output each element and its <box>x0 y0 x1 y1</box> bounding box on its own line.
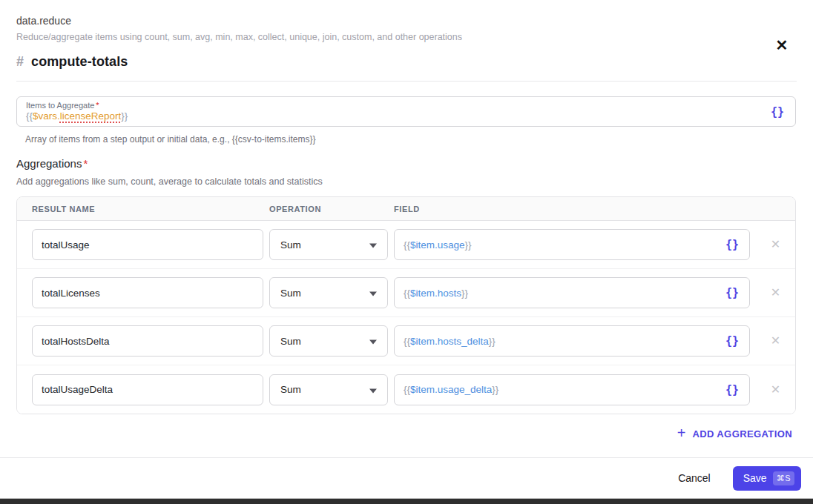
items-field-helper: Array of items from a step output or ini… <box>25 134 796 145</box>
field-expression-input[interactable]: {{ $item.usage }} {} <box>394 229 750 260</box>
step-config-dialog: data.reduce Reduce/aggregate items using… <box>0 0 813 498</box>
close-button[interactable]: ✕ <box>771 35 792 56</box>
expression-builder-icon[interactable]: {} <box>725 334 739 348</box>
required-asterisk: * <box>83 157 88 170</box>
operation-value: Sum <box>280 336 301 347</box>
step-type-description: Reduce/aggregate items using count, sum,… <box>16 32 797 42</box>
save-shortcut-badge: ⌘S <box>773 471 794 485</box>
remove-icon: ✕ <box>771 383 780 396</box>
items-field-label: Items to Aggregate* <box>26 101 760 110</box>
save-button[interactable]: Save ⌘S <box>733 466 801 491</box>
remove-row-button[interactable]: ✕ <box>768 284 783 302</box>
operation-value: Sum <box>280 239 301 251</box>
chevron-down-icon <box>369 388 377 393</box>
hash-icon: # <box>16 54 24 70</box>
dialog-header: data.reduce Reduce/aggregate items using… <box>0 0 813 82</box>
step-name-row: # compute-totals <box>16 54 797 70</box>
field-expression-input[interactable]: {{ $item.hosts }} {} <box>394 277 750 308</box>
column-header-field: FIELD <box>394 205 795 213</box>
expression-builder-icon[interactable]: {} <box>771 105 784 119</box>
result-name-input[interactable] <box>32 229 263 260</box>
remove-icon: ✕ <box>771 238 780 251</box>
items-field-value[interactable]: {{$vars.licenseReport}} <box>26 110 760 122</box>
operation-select[interactable]: Sum <box>269 325 388 357</box>
required-asterisk: * <box>96 101 99 110</box>
aggregations-table-header: RESULT NAME OPERATION FIELD <box>17 197 795 221</box>
save-label: Save <box>743 472 767 484</box>
remove-row-button[interactable]: ✕ <box>768 381 783 399</box>
remove-icon: ✕ <box>771 286 780 299</box>
remove-row-button[interactable]: ✕ <box>768 332 783 350</box>
remove-icon: ✕ <box>771 334 780 347</box>
chevron-down-icon <box>369 244 377 248</box>
close-icon: ✕ <box>776 38 789 53</box>
remove-row-button[interactable]: ✕ <box>768 236 783 253</box>
aggregation-row: Sum {{ $item.usage }} {} ✕ <box>17 221 795 269</box>
cancel-button[interactable]: Cancel <box>671 468 718 488</box>
dialog-content: Items to Aggregate* {{$vars.licenseRepor… <box>0 82 813 457</box>
chevron-down-icon <box>369 292 377 296</box>
result-name-input[interactable] <box>32 374 263 405</box>
column-header-result-name: RESULT NAME <box>17 205 269 213</box>
result-name-input[interactable] <box>32 325 263 357</box>
items-to-aggregate-field[interactable]: Items to Aggregate* {{$vars.licenseRepor… <box>16 96 796 127</box>
aggregations-table: RESULT NAME OPERATION FIELD Sum {{ $item… <box>16 196 796 414</box>
expression-builder-icon[interactable]: {} <box>725 383 739 397</box>
header-divider <box>16 81 797 82</box>
operation-value: Sum <box>280 288 301 299</box>
aggregation-row: Sum {{ $item.hosts_delta }} {} ✕ <box>17 317 795 365</box>
aggregation-row: Sum {{ $item.usage_delta }} {} ✕ <box>17 365 795 414</box>
column-header-operation: OPERATION <box>269 205 394 213</box>
chevron-down-icon <box>369 340 377 345</box>
dialog-footer: Cancel Save ⌘S <box>0 457 813 498</box>
result-name-input[interactable] <box>32 277 263 308</box>
plus-icon: + <box>677 425 686 440</box>
aggregation-row: Sum {{ $item.hosts }} {} ✕ <box>17 269 795 317</box>
aggregations-title: Aggregations* <box>16 157 796 170</box>
step-name: compute-totals <box>31 54 128 70</box>
expression-builder-icon[interactable]: {} <box>725 286 739 299</box>
operation-select[interactable]: Sum <box>269 229 388 260</box>
background-page-strip <box>0 498 813 504</box>
add-aggregation-button[interactable]: + ADD AGGREGATION <box>677 427 792 440</box>
operation-value: Sum <box>280 384 301 395</box>
step-type-label: data.reduce <box>16 15 797 27</box>
expression-builder-icon[interactable]: {} <box>725 238 739 251</box>
field-expression-input[interactable]: {{ $item.hosts_delta }} {} <box>394 325 750 357</box>
field-expression-input[interactable]: {{ $item.usage_delta }} {} <box>394 374 750 405</box>
aggregations-description: Add aggregations like sum, count, averag… <box>16 176 796 187</box>
operation-select[interactable]: Sum <box>269 374 388 405</box>
operation-select[interactable]: Sum <box>269 277 388 308</box>
add-aggregation-label: ADD AGGREGATION <box>692 428 792 440</box>
